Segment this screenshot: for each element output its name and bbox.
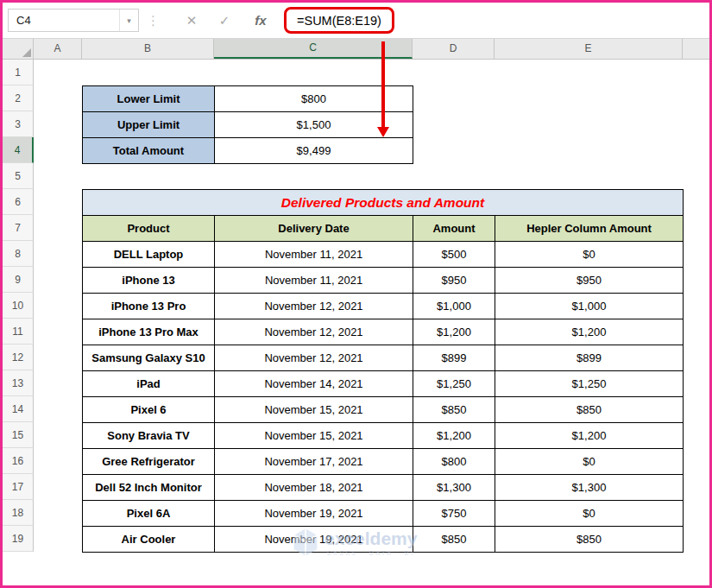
products-body: Delivered Products and Amount ProductDel… — [83, 190, 684, 553]
select-all-button[interactable] — [3, 39, 34, 59]
cell-amount[interactable]: $500 — [413, 242, 495, 268]
table-header-product[interactable]: Product — [83, 216, 215, 242]
cell-amount[interactable]: $1,250 — [413, 371, 495, 397]
summary-body: Lower Limit$800Upper Limit$1,500Total Am… — [83, 86, 413, 164]
name-box-dropdown-icon[interactable]: ▾ — [119, 9, 138, 31]
cell-product[interactable]: Pixel 6 — [83, 397, 215, 423]
column-header-b[interactable]: B — [82, 39, 214, 59]
cell-delivery-date[interactable]: November 19, 2021 — [215, 527, 413, 553]
formula-bar-handle-icon: ⋮ — [147, 13, 160, 28]
cell-amount[interactable]: $1,200 — [413, 319, 495, 345]
selected-cell-c4[interactable]: $9,499 — [215, 138, 413, 164]
column-header-e[interactable]: E — [495, 39, 683, 59]
row-header-4[interactable]: 4 — [3, 137, 34, 163]
summary-label[interactable]: Lower Limit — [83, 86, 215, 112]
row-header-5[interactable]: 5 — [3, 163, 34, 189]
cell-product[interactable]: DELL Laptop — [83, 242, 215, 268]
cell-product[interactable]: Dell 52 Inch Monitor — [83, 475, 215, 501]
name-box[interactable]: C4 ▾ — [8, 9, 139, 32]
row-header-14[interactable]: 14 — [3, 396, 34, 422]
cell-helper-amount[interactable]: $850 — [495, 527, 684, 553]
row-header-8[interactable]: 8 — [3, 241, 34, 267]
column-header-filler — [683, 39, 709, 59]
cell-delivery-date[interactable]: November 17, 2021 — [215, 449, 413, 475]
cell-product[interactable]: Sony Bravia TV — [83, 423, 215, 449]
row-header-18[interactable]: 18 — [3, 500, 34, 526]
cell-delivery-date[interactable]: November 19, 2021 — [215, 501, 413, 527]
cell-helper-amount[interactable]: $950 — [495, 268, 684, 294]
cell-product[interactable]: Samsung Galaxy S10 — [83, 345, 215, 371]
cell-delivery-date[interactable]: November 11, 2021 — [215, 268, 413, 294]
table-row: iPhone 13November 11, 2021$950$950 — [83, 268, 684, 294]
name-box-value[interactable]: C4 — [9, 14, 119, 27]
row-header-15[interactable]: 15 — [3, 422, 34, 448]
column-header-d[interactable]: D — [413, 39, 495, 59]
cell-delivery-date[interactable]: November 14, 2021 — [215, 371, 413, 397]
table-row: Sony Bravia TVNovember 15, 2021$1,200$1,… — [83, 423, 684, 449]
annotation-arrow-line — [381, 41, 385, 128]
cell-amount[interactable]: $850 — [413, 397, 495, 423]
cell-product[interactable]: Gree Refrigerator — [83, 449, 215, 475]
formula-bar: C4 ▾ ⋮ ✕ ✓ fx =SUM(E8:E19) — [3, 3, 709, 39]
row-header-12[interactable]: 12 — [3, 345, 34, 370]
cell-amount[interactable]: $950 — [413, 268, 495, 294]
column-header-a[interactable]: A — [34, 39, 82, 59]
cell-helper-amount[interactable]: $0 — [495, 242, 684, 268]
cell-helper-amount[interactable]: $899 — [495, 345, 684, 371]
row-header-10[interactable]: 10 — [3, 293, 34, 319]
cell-amount[interactable]: $1,200 — [413, 423, 495, 449]
table-header-delivery-date[interactable]: Delivery Date — [215, 216, 413, 242]
cell-delivery-date[interactable]: November 11, 2021 — [215, 242, 413, 268]
cell-amount[interactable]: $800 — [413, 449, 495, 475]
cell-delivery-date[interactable]: November 15, 2021 — [215, 423, 413, 449]
confirm-icon[interactable]: ✓ — [213, 13, 236, 28]
row-header-2[interactable]: 2 — [3, 85, 34, 111]
formula-input[interactable]: =SUM(E8:E19) — [297, 14, 381, 28]
cell-delivery-date[interactable]: November 12, 2021 — [215, 345, 413, 371]
cell-delivery-date[interactable]: November 15, 2021 — [215, 397, 413, 423]
cell-helper-amount[interactable]: $0 — [495, 449, 684, 475]
table-row: Dell 52 Inch MonitorNovember 18, 2021$1,… — [83, 475, 684, 501]
cell-helper-amount[interactable]: $850 — [495, 397, 684, 423]
cell-helper-amount[interactable]: $0 — [495, 501, 684, 527]
summary-label[interactable]: Upper Limit — [83, 112, 215, 138]
cell-helper-amount[interactable]: $1,000 — [495, 294, 684, 319]
row-header-11[interactable]: 11 — [3, 319, 34, 345]
cell-helper-amount[interactable]: $1,200 — [495, 319, 684, 345]
summary-label[interactable]: Total Amount — [83, 138, 215, 164]
cell-amount[interactable]: $1,300 — [413, 475, 495, 501]
row-header-9[interactable]: 9 — [3, 267, 34, 293]
cell-helper-amount[interactable]: $1,300 — [495, 475, 684, 501]
table-row: Air CoolerNovember 19, 2021$850$850 — [83, 527, 684, 553]
table-title[interactable]: Delivered Products and Amount — [83, 190, 684, 216]
formula-highlight-box: =SUM(E8:E19) — [284, 7, 394, 34]
cell-delivery-date[interactable]: November 12, 2021 — [215, 319, 413, 345]
row-header-7[interactable]: 7 — [3, 215, 34, 241]
row-header-6[interactable]: 6 — [3, 189, 34, 215]
cancel-icon[interactable]: ✕ — [180, 13, 203, 28]
table-header-hepler-column-amount[interactable]: Hepler Column Amount — [495, 216, 684, 242]
cell-amount[interactable]: $850 — [413, 527, 495, 553]
row-header-13[interactable]: 13 — [3, 370, 34, 396]
cell-product[interactable]: iPad — [83, 371, 215, 397]
cell-helper-amount[interactable]: $1,200 — [495, 423, 684, 449]
row-header-17[interactable]: 17 — [3, 474, 34, 500]
row-header-1[interactable]: 1 — [3, 60, 34, 85]
cell-product[interactable]: iPhone 13 Pro Max — [83, 319, 215, 345]
row-header-3[interactable]: 3 — [3, 111, 34, 137]
cell-product[interactable]: iPhone 13 Pro — [83, 294, 215, 319]
insert-function-icon[interactable]: fx — [249, 13, 272, 28]
cell-amount[interactable]: $899 — [413, 345, 495, 371]
table-row: iPhone 13 Pro MaxNovember 12, 2021$1,200… — [83, 319, 684, 345]
cell-product[interactable]: iPhone 13 — [83, 268, 215, 294]
cell-delivery-date[interactable]: November 18, 2021 — [215, 475, 413, 501]
table-header-amount[interactable]: Amount — [413, 216, 495, 242]
cell-product[interactable]: Air Cooler — [83, 527, 215, 553]
cell-product[interactable]: Pixel 6A — [83, 501, 215, 527]
cell-amount[interactable]: $1,000 — [413, 294, 495, 319]
row-header-19[interactable]: 19 — [3, 526, 34, 552]
cell-helper-amount[interactable]: $1,250 — [495, 371, 684, 397]
cell-delivery-date[interactable]: November 12, 2021 — [215, 294, 413, 319]
row-header-16[interactable]: 16 — [3, 448, 34, 474]
cell-amount[interactable]: $750 — [413, 501, 495, 527]
